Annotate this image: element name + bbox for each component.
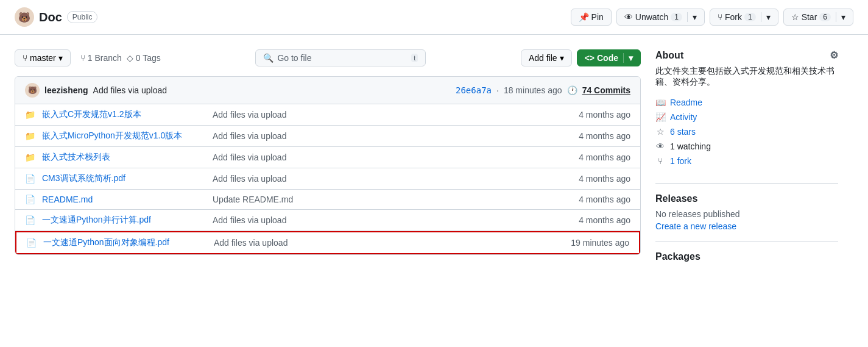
- commit-link[interactable]: Add files via upload: [213, 174, 286, 184]
- activity-icon: 📈: [655, 112, 665, 122]
- file-name: 一文速通Python并行计算.pdf: [42, 215, 213, 226]
- branch-icon: ⑂: [23, 53, 27, 63]
- file-time: 4 months ago: [545, 174, 630, 184]
- eye-icon2: 👁: [655, 141, 665, 151]
- commits-link[interactable]: 74 Commits: [582, 85, 630, 95]
- readme-link[interactable]: Readme: [670, 98, 702, 107]
- forks-link[interactable]: 1 fork: [670, 156, 691, 166]
- file-commit: Add files via upload: [213, 174, 545, 184]
- file-commit: Add files via upload: [213, 131, 545, 141]
- file-link[interactable]: 嵌入式MicroPython开发规范v1.0版本: [42, 131, 182, 140]
- file-time: 4 months ago: [545, 131, 630, 141]
- eye-icon: 👁: [624, 12, 633, 22]
- folder-icon: 📁: [25, 152, 37, 162]
- file-icon: 📄: [25, 174, 37, 184]
- commit-avatar: 🐻: [25, 83, 40, 98]
- fork-button[interactable]: ⑂ Fork 1 ▾: [710, 9, 778, 26]
- star-caret[interactable]: ▾: [836, 12, 845, 22]
- stars-stat: ☆ 6 stars: [655, 124, 838, 139]
- file-link[interactable]: README.md: [42, 195, 93, 204]
- watching-stat: 👁 1 watching: [655, 139, 838, 154]
- pin-button[interactable]: 📌 Pin: [571, 9, 612, 26]
- file-name: README.md: [42, 195, 213, 204]
- fork-caret[interactable]: ▾: [761, 12, 771, 22]
- add-file-button[interactable]: Add file ▾: [521, 49, 572, 66]
- stars-link[interactable]: 6 stars: [670, 127, 696, 137]
- file-time: 4 months ago: [545, 195, 630, 204]
- file-link[interactable]: 一文速通Python并行计算.pdf: [42, 215, 151, 224]
- commit-meta: 26e6a7a · 18 minutes ago 🕐 74 Commits: [456, 85, 630, 95]
- commit-link[interactable]: Update README.md: [213, 195, 293, 204]
- branch-chevron: ▾: [58, 53, 63, 63]
- go-to-file-search[interactable]: 🔍 Go to file t: [255, 49, 426, 66]
- file-link[interactable]: 嵌入式技术栈列表: [42, 152, 110, 162]
- activity-link[interactable]: Activity: [670, 112, 697, 122]
- about-description: 此文件夹主要包括嵌入式开发规范和相关技术书籍、资料分享。: [655, 66, 838, 88]
- commit-author: 🐻 leezisheng Add files via upload: [25, 83, 167, 98]
- fork-icon2: ⑂: [655, 156, 665, 166]
- book-icon: 📖: [655, 98, 665, 107]
- file-table: 🐻 leezisheng Add files via upload 26e6a7…: [15, 76, 641, 255]
- add-file-caret: ▾: [560, 53, 564, 63]
- star-icon: ☆: [791, 12, 799, 22]
- table-row: 📄 CM3调试系统简析.pdf Add files via upload 4 m…: [15, 168, 640, 190]
- branch-info: ⑂ 1 Branch ◇ 0 Tags: [80, 53, 161, 63]
- file-time: 19 minutes ago: [544, 238, 629, 248]
- fork-icon: ⑂: [718, 12, 722, 22]
- file-name: 一文速通Python面向对象编程.pdf: [43, 237, 214, 248]
- repo-name[interactable]: Doc: [39, 10, 62, 24]
- divider: [655, 183, 838, 184]
- readme-stat: 📖 Readme: [655, 95, 838, 110]
- file-icon: 📄: [25, 215, 37, 225]
- star-button[interactable]: ☆ Star 6 ▾: [783, 9, 853, 26]
- file-name: 嵌入式MicroPython开发规范v1.0版本: [42, 131, 213, 141]
- about-stats: 📖 Readme 📈 Activity ☆ 6 stars 👁 1 watchi…: [655, 95, 838, 168]
- unwatch-caret[interactable]: ▾: [687, 12, 697, 22]
- packages-title: Packages: [655, 251, 838, 262]
- folder-icon: 📁: [25, 131, 37, 141]
- unwatch-button[interactable]: 👁 Unwatch 1 ▾: [616, 9, 705, 26]
- file-link[interactable]: 嵌入式C开发规范v1.2版本: [42, 109, 141, 119]
- file-time: 4 months ago: [545, 215, 630, 225]
- gear-icon[interactable]: ⚙: [830, 49, 838, 61]
- branch-count[interactable]: ⑂ 1 Branch: [80, 53, 122, 63]
- file-commit: Update README.md: [213, 195, 545, 204]
- file-time: 4 months ago: [545, 152, 630, 162]
- star-icon2: ☆: [655, 127, 665, 137]
- divider2: [655, 241, 838, 241]
- top-actions: 📌 Pin 👁 Unwatch 1 ▾ ⑂ Fork 1 ▾ ☆ Star 6 …: [571, 9, 853, 26]
- go-to-file-container: 🔍 Go to file t: [171, 49, 511, 66]
- pin-icon: 📌: [579, 12, 589, 22]
- commit-link[interactable]: Add files via upload: [213, 152, 286, 162]
- table-row: 📄 README.md Update README.md 4 months ag…: [15, 190, 640, 210]
- file-commit: Add files via upload: [214, 238, 544, 248]
- search-icon: 🔍: [263, 53, 273, 63]
- repo-nav: ⑂ master ▾ ⑂ 1 Branch ◇ 0 Tags 🔍 Go to f…: [15, 49, 641, 66]
- table-row: 📁 嵌入式技术栈列表 Add files via upload 4 months…: [15, 147, 640, 168]
- commit-link[interactable]: Add files via upload: [213, 215, 286, 225]
- branch-selector[interactable]: ⑂ master ▾: [15, 49, 71, 66]
- main-content: ⑂ master ▾ ⑂ 1 Branch ◇ 0 Tags 🔍 Go to f…: [15, 49, 641, 267]
- commit-link[interactable]: Add files via upload: [214, 238, 288, 248]
- file-link[interactable]: CM3调试系统简析.pdf: [42, 173, 125, 183]
- sidebar: About ⚙ 此文件夹主要包括嵌入式开发规范和相关技术书籍、资料分享。 📖 R…: [655, 49, 838, 267]
- visibility-badge: Public: [67, 11, 98, 23]
- create-release-link[interactable]: Create a new release: [655, 221, 736, 231]
- table-row: 📄 一文速通Python面向对象编程.pdf Add files via upl…: [15, 231, 640, 254]
- file-commit: Add files via upload: [213, 110, 545, 120]
- commit-hash[interactable]: 26e6a7a: [456, 85, 492, 95]
- commit-link[interactable]: Add files via upload: [213, 131, 286, 141]
- table-row: 📁 嵌入式MicroPython开发规范v1.0版本 Add files via…: [15, 126, 640, 147]
- commit-link[interactable]: Add files via upload: [213, 110, 286, 120]
- folder-icon: 📁: [25, 110, 37, 120]
- code-button[interactable]: <> Code ▾: [577, 49, 641, 66]
- tag-icon: ◇: [127, 53, 133, 63]
- file-link[interactable]: 一文速通Python面向对象编程.pdf: [43, 237, 169, 247]
- code-caret[interactable]: ▾: [623, 53, 633, 63]
- table-row: 📄 一文速通Python并行计算.pdf Add files via uploa…: [15, 210, 640, 231]
- history-icon: 🕐: [567, 85, 577, 95]
- file-name: 嵌入式C开发规范v1.2版本: [42, 109, 213, 120]
- repo-title: 🐻 Doc Public: [15, 7, 97, 27]
- tags-count[interactable]: ◇ 0 Tags: [127, 53, 161, 63]
- file-icon: 📄: [25, 195, 37, 204]
